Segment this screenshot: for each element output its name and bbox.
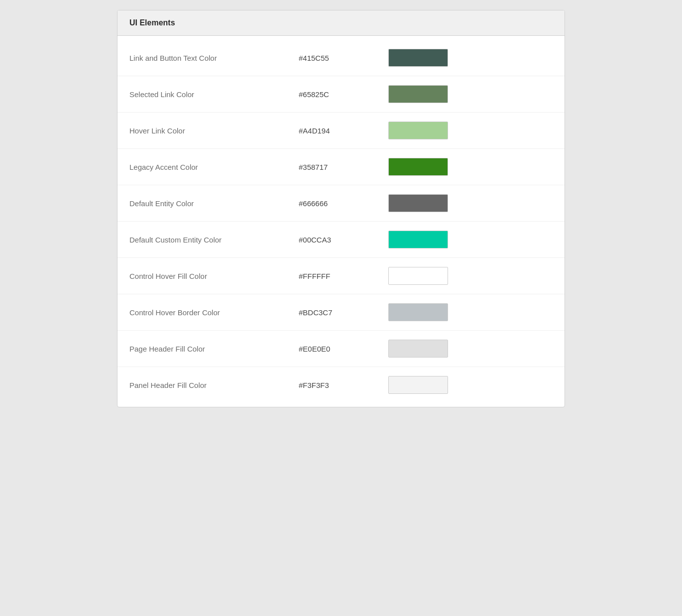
- color-swatch-control-hover-border-color[interactable]: [388, 303, 448, 321]
- panel-header: UI Elements: [117, 10, 565, 36]
- color-swatch-hover-link-color[interactable]: [388, 122, 448, 139]
- color-label-page-header-fill-color: Page Header Fill Color: [129, 345, 299, 353]
- color-swatch-panel-header-fill-color[interactable]: [388, 376, 448, 394]
- color-hex-page-header-fill-color: #E0E0E0: [299, 345, 388, 353]
- color-label-panel-header-fill-color: Panel Header Fill Color: [129, 381, 299, 389]
- color-hex-default-entity-color: #666666: [299, 199, 388, 208]
- color-swatch-selected-link-color[interactable]: [388, 85, 448, 103]
- color-hex-link-button-text-color: #415C55: [299, 54, 388, 62]
- color-label-hover-link-color: Hover Link Color: [129, 126, 299, 135]
- color-row-control-hover-border-color[interactable]: Control Hover Border Color#BDC3C7: [117, 294, 565, 331]
- color-swatch-default-entity-color[interactable]: [388, 194, 448, 212]
- color-hex-panel-header-fill-color: #F3F3F3: [299, 381, 388, 389]
- color-hex-legacy-accent-color: #358717: [299, 163, 388, 171]
- color-row-default-entity-color[interactable]: Default Entity Color#666666: [117, 185, 565, 222]
- color-swatch-legacy-accent-color[interactable]: [388, 158, 448, 176]
- color-label-default-custom-entity-color: Default Custom Entity Color: [129, 236, 299, 244]
- color-row-page-header-fill-color[interactable]: Page Header Fill Color#E0E0E0: [117, 331, 565, 367]
- color-row-legacy-accent-color[interactable]: Legacy Accent Color#358717: [117, 149, 565, 185]
- color-hex-default-custom-entity-color: #00CCA3: [299, 236, 388, 244]
- color-hex-control-hover-fill-color: #FFFFFF: [299, 272, 388, 280]
- color-row-link-button-text-color[interactable]: Link and Button Text Color#415C55: [117, 40, 565, 76]
- color-swatch-control-hover-fill-color[interactable]: [388, 267, 448, 285]
- color-hex-control-hover-border-color: #BDC3C7: [299, 308, 388, 317]
- color-hex-hover-link-color: #A4D194: [299, 126, 388, 135]
- color-swatch-link-button-text-color[interactable]: [388, 49, 448, 67]
- panel-body: Link and Button Text Color#415C55Selecte…: [117, 36, 565, 407]
- color-label-control-hover-border-color: Control Hover Border Color: [129, 308, 299, 317]
- panel-title: UI Elements: [129, 18, 175, 27]
- color-swatch-default-custom-entity-color[interactable]: [388, 231, 448, 248]
- color-row-selected-link-color[interactable]: Selected Link Color#65825C: [117, 76, 565, 113]
- color-label-selected-link-color: Selected Link Color: [129, 90, 299, 99]
- color-row-hover-link-color[interactable]: Hover Link Color#A4D194: [117, 113, 565, 149]
- color-row-control-hover-fill-color[interactable]: Control Hover Fill Color#FFFFFF: [117, 258, 565, 294]
- color-label-default-entity-color: Default Entity Color: [129, 199, 299, 208]
- color-label-link-button-text-color: Link and Button Text Color: [129, 54, 299, 62]
- color-row-panel-header-fill-color[interactable]: Panel Header Fill Color#F3F3F3: [117, 367, 565, 403]
- color-row-default-custom-entity-color[interactable]: Default Custom Entity Color#00CCA3: [117, 222, 565, 258]
- color-hex-selected-link-color: #65825C: [299, 90, 388, 99]
- ui-elements-panel: UI Elements Link and Button Text Color#4…: [117, 10, 565, 407]
- color-label-control-hover-fill-color: Control Hover Fill Color: [129, 272, 299, 280]
- color-swatch-page-header-fill-color[interactable]: [388, 340, 448, 358]
- color-label-legacy-accent-color: Legacy Accent Color: [129, 163, 299, 171]
